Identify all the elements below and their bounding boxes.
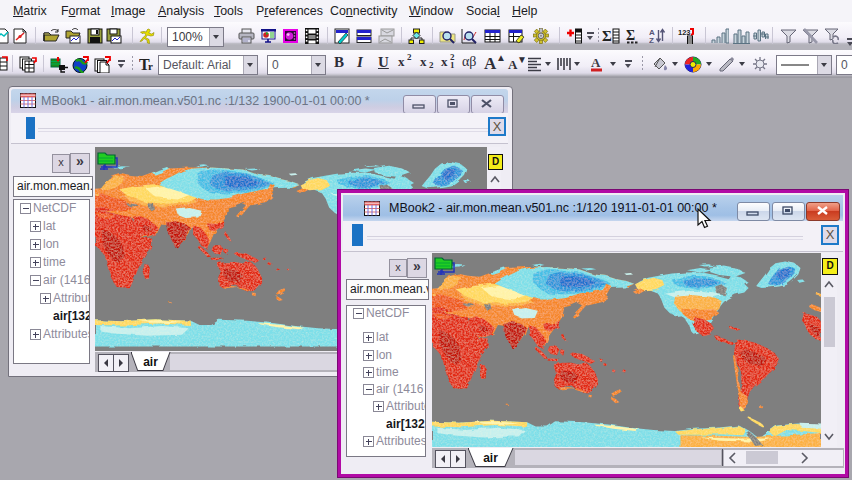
svg-text:Z: Z: [649, 36, 654, 44]
svg-text:A: A: [591, 56, 601, 70]
svg-text:Σ: Σ: [626, 28, 635, 43]
svg-text:Σ: Σ: [602, 28, 612, 44]
svg-text:r: r: [148, 60, 153, 72]
